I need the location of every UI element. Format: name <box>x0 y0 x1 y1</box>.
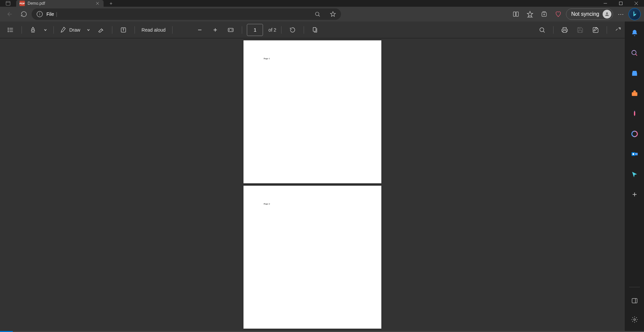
zoom-out-button[interactable] <box>193 24 206 36</box>
pdf-page: Page 2 <box>243 186 381 329</box>
find-button[interactable] <box>536 24 548 36</box>
svg-point-44 <box>632 131 638 137</box>
separator <box>629 287 640 287</box>
avatar-icon <box>603 10 611 19</box>
separator <box>53 26 54 34</box>
add-sidebar-icon[interactable] <box>628 188 641 201</box>
svg-rect-13 <box>514 12 516 16</box>
svg-point-20 <box>606 12 608 14</box>
browser-essentials-button[interactable] <box>552 8 565 20</box>
svg-rect-39 <box>563 30 566 32</box>
separator <box>112 26 112 34</box>
svg-point-24 <box>8 28 9 29</box>
contents-button[interactable] <box>4 24 17 36</box>
sync-label: Not syncing <box>571 11 599 17</box>
zoom-in-button[interactable] <box>209 24 222 36</box>
separator <box>172 26 173 34</box>
site-info-icon[interactable] <box>36 11 43 17</box>
shopping-icon[interactable] <box>628 67 641 80</box>
outlook-icon[interactable] <box>628 147 641 161</box>
highlight-dropdown[interactable] <box>42 28 49 32</box>
read-aloud-button[interactable]: Read aloud <box>140 24 168 36</box>
svg-line-12 <box>318 15 320 16</box>
split-screen-button[interactable] <box>509 8 522 20</box>
read-aloud-label: Read aloud <box>142 27 166 33</box>
notifications-icon[interactable] <box>628 26 641 40</box>
hide-sidebar-icon[interactable] <box>628 294 641 307</box>
save-button[interactable] <box>574 24 586 36</box>
tab-title: Demo.pdf <box>28 1 92 6</box>
tab-actions-button[interactable] <box>0 0 16 7</box>
separator <box>22 26 22 34</box>
draw-label: Draw <box>69 27 80 33</box>
drop-icon[interactable] <box>628 168 641 181</box>
rotate-button[interactable] <box>286 24 299 36</box>
save-as-button[interactable] <box>589 24 602 36</box>
sidebar-settings-icon[interactable] <box>628 313 641 326</box>
separator <box>304 26 304 34</box>
svg-line-38 <box>543 31 544 32</box>
back-button[interactable] <box>3 8 16 20</box>
separator <box>553 26 554 34</box>
pdf-viewer[interactable]: Page 1 Page 2 <box>0 38 625 331</box>
svg-rect-43 <box>632 92 638 96</box>
page-view-button[interactable] <box>309 24 321 36</box>
profile-sync-button[interactable]: Not syncing <box>566 8 613 20</box>
highlight-button[interactable] <box>27 24 39 36</box>
svg-rect-5 <box>619 2 622 5</box>
games-icon[interactable] <box>628 107 641 120</box>
draw-dropdown[interactable] <box>85 28 92 32</box>
svg-rect-47 <box>635 153 638 155</box>
window-controls <box>598 0 644 7</box>
refresh-button[interactable] <box>17 8 30 20</box>
more-button[interactable]: ⋯ <box>614 8 627 20</box>
tab-bar: PDF Demo.pdf + <box>0 0 644 7</box>
separator <box>281 26 281 34</box>
address-text: File| <box>46 11 308 17</box>
fullscreen-button[interactable] <box>612 24 624 36</box>
svg-rect-35 <box>228 28 233 32</box>
close-tab-button[interactable] <box>95 1 100 6</box>
svg-point-46 <box>633 153 635 155</box>
svg-point-52 <box>634 319 636 321</box>
page-number-input[interactable] <box>247 24 263 36</box>
separator <box>607 26 607 34</box>
fit-width-button[interactable] <box>224 24 237 36</box>
browser-tab[interactable]: PDF Demo.pdf <box>16 0 104 7</box>
svg-point-41 <box>632 50 636 55</box>
separator <box>135 26 135 34</box>
svg-rect-0 <box>6 1 10 5</box>
tools-icon[interactable] <box>628 87 641 100</box>
favorite-icon[interactable] <box>327 9 339 19</box>
m365-icon[interactable] <box>628 127 641 141</box>
svg-rect-14 <box>516 12 519 16</box>
collections-button[interactable] <box>538 8 551 20</box>
close-window-button[interactable] <box>629 0 644 7</box>
add-text-button[interactable] <box>117 24 130 36</box>
edge-sidebar <box>625 22 644 331</box>
page-content-text: Page 2 <box>264 202 361 205</box>
page-total-label: of 2 <box>268 27 276 33</box>
erase-button[interactable] <box>94 24 107 36</box>
svg-rect-50 <box>632 298 637 303</box>
address-input[interactable]: File| <box>32 8 341 20</box>
separator <box>242 26 242 34</box>
bing-chat-button[interactable] <box>629 8 641 20</box>
minimize-button[interactable] <box>598 0 613 7</box>
pdf-page: Page 1 <box>243 40 381 183</box>
svg-line-42 <box>636 54 637 56</box>
svg-point-37 <box>540 28 544 32</box>
pdf-toolbar: Draw Read aloud of 2 <box>0 22 644 38</box>
svg-point-11 <box>315 12 319 16</box>
print-button[interactable] <box>558 24 571 36</box>
search-icon[interactable] <box>311 9 324 19</box>
svg-line-28 <box>101 29 102 30</box>
svg-rect-36 <box>313 27 316 31</box>
sidebar-search-icon[interactable] <box>628 46 641 60</box>
address-bar: File| Not syncing ⋯ <box>0 7 644 22</box>
new-tab-button[interactable]: + <box>106 0 116 7</box>
maximize-button[interactable] <box>613 0 629 7</box>
draw-button[interactable]: Draw <box>59 24 82 36</box>
favorites-button[interactable] <box>524 8 536 20</box>
svg-point-10 <box>40 13 40 13</box>
